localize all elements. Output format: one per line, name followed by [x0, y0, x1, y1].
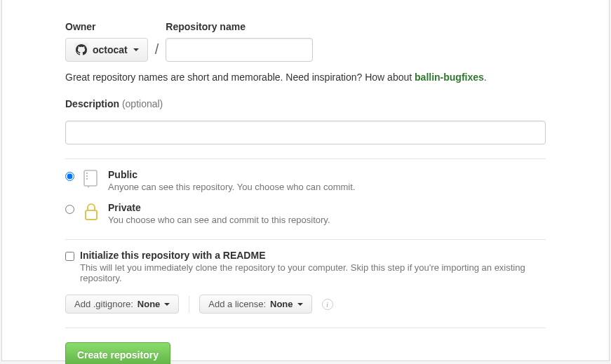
divider [65, 239, 546, 240]
caret-down-icon [297, 303, 303, 306]
octocat-avatar-icon [74, 43, 88, 57]
lock-icon [81, 202, 101, 222]
svg-rect-1 [86, 173, 88, 174]
description-input[interactable] [65, 121, 546, 144]
caret-down-icon [164, 303, 170, 306]
svg-rect-3 [86, 178, 88, 180]
create-repository-button[interactable]: Create repository [65, 342, 170, 364]
name-hint: Great repository names are short and mem… [65, 72, 546, 83]
description-label: Description (optional) [65, 98, 546, 109]
repo-icon [81, 169, 101, 189]
info-icon[interactable]: i [322, 299, 333, 310]
repo-name-field: Repository name [166, 21, 313, 62]
license-dropdown[interactable]: Add a license: None [199, 295, 311, 314]
readme-title: Initialize this repository with a README [80, 250, 546, 261]
name-suggestion-link[interactable]: ballin-bugfixes [415, 72, 484, 83]
divider [65, 328, 546, 328]
owner-field: Owner octocat [65, 21, 148, 62]
create-repo-form: Owner octocat / Repository name Great re… [1, 0, 610, 361]
svg-rect-2 [86, 175, 88, 177]
visibility-private-option[interactable]: Private You choose who can see and commi… [65, 202, 546, 225]
description-field: Description (optional) [65, 98, 546, 144]
repo-name-label: Repository name [166, 21, 313, 32]
readme-checkbox[interactable] [65, 252, 74, 261]
visibility-public-option[interactable]: Public Anyone can see this repository. Y… [65, 169, 546, 192]
private-radio[interactable] [65, 205, 74, 214]
gitignore-dropdown[interactable]: Add .gitignore: None [65, 295, 179, 314]
repo-name-input[interactable] [166, 38, 313, 62]
public-radio[interactable] [65, 172, 74, 181]
vertical-separator [189, 296, 189, 313]
owner-label: Owner [65, 21, 148, 32]
slash-separator: / [148, 41, 166, 62]
owner-username: octocat [93, 43, 128, 57]
svg-rect-0 [84, 170, 97, 186]
owner-select-button[interactable]: octocat [65, 38, 148, 62]
name-row: Owner octocat / Repository name [65, 21, 546, 62]
caret-down-icon [133, 48, 139, 51]
public-title: Public [108, 169, 355, 180]
readme-option[interactable]: Initialize this repository with a README… [65, 250, 546, 283]
readme-subtitle: This will let you immediately clone the … [80, 262, 546, 283]
private-subtitle: You choose who can see and commit to thi… [108, 215, 330, 225]
divider [65, 159, 546, 159]
public-subtitle: Anyone can see this repository. You choo… [108, 182, 355, 192]
private-title: Private [108, 202, 330, 213]
extras-row: Add .gitignore: None Add a license: None… [65, 295, 546, 314]
svg-rect-4 [86, 210, 97, 220]
